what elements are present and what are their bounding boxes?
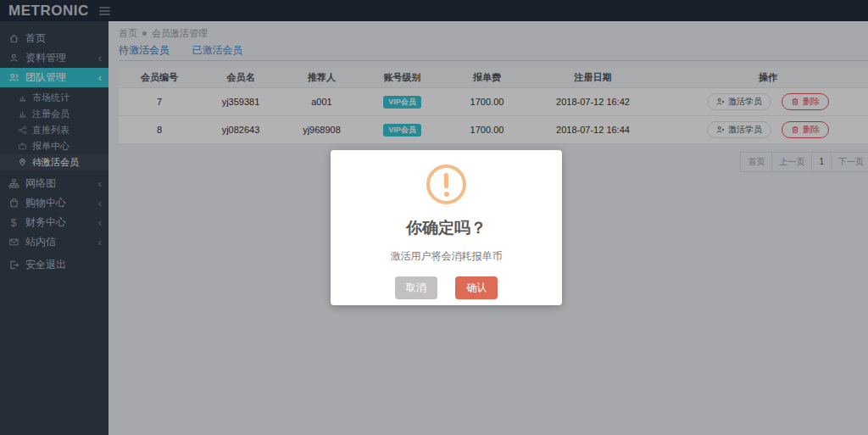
confirm-dialog: 你确定吗？ 激活用户将会消耗报单币 取消 确认 xyxy=(331,150,562,305)
dialog-title: 你确定吗？ xyxy=(331,217,562,239)
confirm-button[interactable]: 确认 xyxy=(455,276,498,299)
warning-icon xyxy=(426,165,466,204)
dialog-message: 激活用户将会消耗报单币 xyxy=(331,249,562,264)
cancel-button[interactable]: 取消 xyxy=(395,276,437,299)
